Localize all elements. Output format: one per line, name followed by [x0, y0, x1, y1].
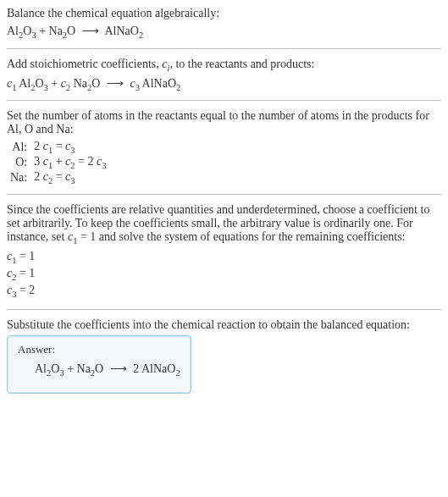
step-2-section: Set the number of atoms in the reactants…: [7, 109, 441, 185]
reactant-1: Al2O3: [7, 25, 36, 37]
val: = 1: [16, 250, 35, 262]
txt: 3: [34, 155, 43, 168]
txt: Al: [35, 362, 47, 375]
coef: 2: [133, 362, 141, 375]
reactant-2: Na2O: [74, 77, 101, 90]
table-row: Al: 2 c1 = c3: [7, 140, 109, 155]
balance-equation: 2 c1 = c3: [30, 140, 109, 155]
product-1: AlNaO2: [104, 25, 143, 37]
table-row: O: 3 c1 + c2 = 2 c3: [7, 155, 109, 170]
divider: [7, 100, 441, 101]
txt: O: [51, 362, 59, 375]
sub: 2: [176, 82, 180, 91]
txt: +: [53, 155, 65, 168]
step-4-section: Substitute the coefficients into the che…: [7, 318, 441, 394]
txt: AlNaO: [142, 77, 176, 90]
val: = 2: [16, 284, 35, 296]
txt: Na: [77, 362, 91, 375]
element-label: Al:: [7, 140, 30, 155]
txt: =: [53, 140, 65, 152]
product-1: AlNaO2: [141, 362, 180, 375]
txt: = 1: [77, 230, 96, 243]
txt: = 2: [75, 155, 97, 168]
answer-label: Answer:: [18, 343, 180, 356]
prompt-title: Balance the chemical equation algebraica…: [7, 7, 441, 20]
reactant-1: Al2O3: [19, 77, 48, 90]
sub: 2: [139, 30, 143, 40]
txt: O: [35, 77, 43, 90]
answer-equation: Al2O3 + Na2O ⟶ 2 AlNaO2: [18, 362, 180, 378]
step-1-equation: c1 Al2O3 + c2 Na2O ⟶ c3 AlNaO2: [7, 76, 441, 92]
divider: [7, 48, 441, 49]
divider: [7, 309, 441, 310]
step-3-section: Since the coefficients are relative quan…: [7, 203, 441, 301]
txt: AlNaO: [141, 362, 175, 375]
balance-equation: 2 c2 = c3: [30, 170, 109, 185]
answer-box: Answer: Al2O3 + Na2O ⟶ 2 AlNaO2: [7, 335, 191, 394]
sub: 2: [66, 82, 70, 91]
coef-line: c2 = 1: [7, 266, 441, 283]
step-1-section: Add stoichiometric coefficients, ci, to …: [7, 58, 441, 92]
sub: 3: [70, 146, 75, 155]
coef-line: c1 = 1: [7, 249, 441, 266]
txt: and solve the system of equations for th…: [96, 230, 405, 243]
txt: Add stoichiometric coefficients,: [7, 58, 162, 70]
txt: O: [91, 77, 100, 90]
plus: +: [48, 77, 61, 90]
step-4-text: Substitute the coefficients into the che…: [7, 318, 441, 332]
txt: Al: [19, 77, 30, 90]
txt: Al: [7, 25, 19, 37]
txt: Na: [49, 25, 63, 37]
txt: 2: [34, 140, 43, 152]
txt: O: [95, 362, 103, 375]
sub: 3: [136, 82, 140, 91]
txt: O: [67, 25, 75, 37]
step-3-text: Since the coefficients are relative quan…: [7, 203, 441, 246]
plus: +: [64, 362, 77, 375]
step-1-text: Add stoichiometric coefficients, ci, to …: [7, 58, 441, 73]
plus: +: [36, 25, 49, 37]
reactant-2: Na2O: [49, 25, 76, 37]
balance-equation: 3 c1 + c2 = 2 c3: [30, 155, 109, 170]
arrow-icon: ⟶: [82, 24, 99, 38]
arrow-icon: ⟶: [107, 76, 124, 91]
table-row: Na: 2 c2 = c3: [7, 170, 109, 185]
sub: 3: [70, 176, 75, 185]
txt: Na: [74, 77, 87, 90]
divider: [7, 194, 441, 195]
step-2-text: Set the number of atoms in the reactants…: [7, 109, 441, 136]
txt: =: [53, 170, 65, 183]
atom-balance-table: Al: 2 c1 = c3 O: 3 c1 + c2 = 2 c3 Na: 2 …: [7, 140, 109, 185]
reactant-2: Na2O: [77, 362, 104, 375]
coef-line: c3 = 2: [7, 283, 441, 300]
txt: O: [23, 25, 31, 37]
product-1: AlNaO2: [142, 77, 181, 90]
coefficient-solution: c1 = 1 c2 = 1 c3 = 2: [7, 249, 441, 301]
reactant-1: Al2O3: [35, 362, 64, 375]
prompt-section: Balance the chemical equation algebraica…: [7, 7, 441, 40]
sub: 2: [175, 368, 180, 378]
element-label: O:: [7, 155, 30, 170]
txt: 2: [34, 170, 43, 183]
txt: , to the reactants and products:: [169, 58, 314, 70]
arrow-icon: ⟶: [110, 362, 127, 376]
val: = 1: [16, 267, 35, 279]
txt: AlNaO: [104, 25, 138, 37]
sub: 3: [102, 161, 106, 170]
element-label: Na:: [7, 170, 30, 185]
prompt-equation: Al2O3 + Na2O ⟶ AlNaO2: [7, 24, 441, 40]
sub: 1: [12, 82, 16, 91]
